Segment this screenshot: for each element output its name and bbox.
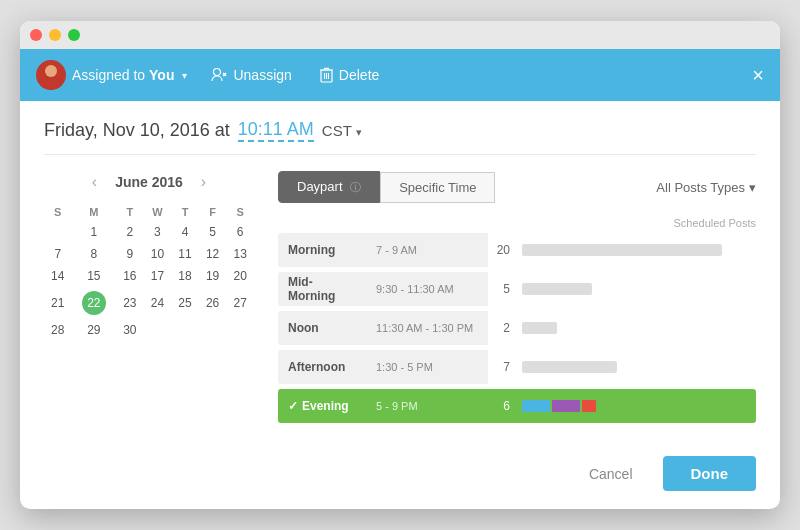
calendar-day[interactable]: 19 <box>199 265 227 287</box>
calendar-day[interactable]: 23 <box>116 287 144 319</box>
calendar-day[interactable]: 10 <box>144 243 172 265</box>
calendar-day[interactable]: 26 <box>199 287 227 319</box>
calendar-day[interactable]: 15 <box>72 265 116 287</box>
calendar-day <box>226 319 254 341</box>
daypart-list: Morning7 - 9 AM20Mid-Morning9:30 - 11:30… <box>278 233 756 423</box>
daypart-time: 5 - 9 PM <box>368 389 488 423</box>
svg-point-0 <box>45 65 57 77</box>
calendar-day[interactable]: 28 <box>44 319 72 341</box>
daypart-count: 6 <box>488 399 516 413</box>
daypart-label: Noon <box>278 311 368 345</box>
daypart-count: 20 <box>488 243 516 257</box>
calendar-day[interactable]: 13 <box>226 243 254 265</box>
minimize-traffic-light[interactable] <box>49 29 61 41</box>
calendar-month: June 2016 <box>115 174 183 190</box>
maximize-traffic-light[interactable] <box>68 29 80 41</box>
done-button[interactable]: Done <box>663 456 757 491</box>
calendar-day[interactable]: 5 <box>199 221 227 243</box>
daypart-bar-area <box>516 233 756 267</box>
daypart-count: 2 <box>488 321 516 335</box>
close-button[interactable]: × <box>752 65 764 85</box>
daypart-bar-area <box>516 350 756 384</box>
calendar-day[interactable]: 9 <box>116 243 144 265</box>
header-actions: Unassign Delete <box>211 67 379 83</box>
right-panel: Daypart ⓘ Specific Time All Posts Types … <box>254 171 756 428</box>
assigned-label: Assigned to You <box>72 67 174 83</box>
daypart-time: 7 - 9 AM <box>368 233 488 267</box>
post-types-filter[interactable]: All Posts Types ▾ <box>656 180 756 195</box>
timezone-chevron-icon: ▾ <box>356 126 362 138</box>
delete-label: Delete <box>339 67 379 83</box>
calendar-day[interactable]: 1 <box>72 221 116 243</box>
svg-point-1 <box>40 78 62 90</box>
header-bar: Assigned to You ▾ Unassign <box>20 49 780 101</box>
date-text: Friday, Nov 10, 2016 at <box>44 120 230 141</box>
calendar-day[interactable]: 25 <box>171 287 199 319</box>
calendar-day[interactable]: 6 <box>226 221 254 243</box>
calendar-day <box>199 319 227 341</box>
calendar-day[interactable]: 18 <box>171 265 199 287</box>
tab-specific-time[interactable]: Specific Time <box>380 172 495 203</box>
titlebar <box>20 21 780 49</box>
post-types-chevron-icon: ▾ <box>749 180 756 195</box>
calendar-day[interactable]: 24 <box>144 287 172 319</box>
date-row: Friday, Nov 10, 2016 at 10:11 AM CST ▾ <box>20 101 780 154</box>
daypart-bar-area <box>516 389 756 423</box>
calendar-day[interactable]: 20 <box>226 265 254 287</box>
calendar-day[interactable]: 27 <box>226 287 254 319</box>
calendar-day[interactable]: 4 <box>171 221 199 243</box>
calendar-day[interactable]: 7 <box>44 243 72 265</box>
daypart-label: ✓Evening <box>278 389 368 423</box>
calendar-day[interactable]: 29 <box>72 319 116 341</box>
tabs-row: Daypart ⓘ Specific Time All Posts Types … <box>278 171 756 203</box>
next-month-button[interactable]: › <box>195 171 212 193</box>
calendar-day[interactable]: 22 <box>72 287 116 319</box>
daypart-bar-area <box>516 311 756 345</box>
delete-button[interactable]: Delete <box>320 67 379 83</box>
daypart-time: 11:30 AM - 1:30 PM <box>368 311 488 345</box>
daypart-label: Morning <box>278 233 368 267</box>
assigned-section[interactable]: Assigned to You ▾ <box>36 60 187 90</box>
daypart-time: 1:30 - 5 PM <box>368 350 488 384</box>
daypart-row-afternoon[interactable]: Afternoon1:30 - 5 PM7 <box>278 350 756 384</box>
calendar-day <box>171 319 199 341</box>
footer: Cancel Done <box>20 444 780 509</box>
calendar-day[interactable]: 14 <box>44 265 72 287</box>
scheduled-posts-header: Scheduled Posts <box>278 217 756 229</box>
cancel-button[interactable]: Cancel <box>573 458 649 490</box>
avatar <box>36 60 66 90</box>
calendar-day[interactable]: 12 <box>199 243 227 265</box>
calendar-day[interactable]: 8 <box>72 243 116 265</box>
daypart-count: 5 <box>488 282 516 296</box>
calendar-day[interactable]: 3 <box>144 221 172 243</box>
timezone-label: CST ▾ <box>322 122 362 139</box>
daypart-row-evening[interactable]: ✓Evening5 - 9 PM6 <box>278 389 756 423</box>
daypart-time: 9:30 - 11:30 AM <box>368 272 488 306</box>
svg-point-2 <box>214 69 221 76</box>
daypart-row-mid-morning[interactable]: Mid-Morning9:30 - 11:30 AM5 <box>278 272 756 306</box>
calendar-day[interactable]: 11 <box>171 243 199 265</box>
main-window: Assigned to You ▾ Unassign <box>20 21 780 509</box>
calendar: ‹ June 2016 › SMTWTFS 123456789101112131… <box>44 171 254 428</box>
time-picker[interactable]: 10:11 AM <box>238 119 314 142</box>
prev-month-button[interactable]: ‹ <box>86 171 103 193</box>
tab-info-icon: ⓘ <box>350 181 361 193</box>
unassign-button[interactable]: Unassign <box>211 67 291 83</box>
close-traffic-light[interactable] <box>30 29 42 41</box>
calendar-day[interactable]: 2 <box>116 221 144 243</box>
calendar-header: ‹ June 2016 › <box>44 171 254 193</box>
calendar-day <box>144 319 172 341</box>
calendar-day[interactable]: 30 <box>116 319 144 341</box>
daypart-label: Mid-Morning <box>278 272 368 306</box>
daypart-label: Afternoon <box>278 350 368 384</box>
main-content: ‹ June 2016 › SMTWTFS 123456789101112131… <box>20 155 780 444</box>
calendar-day <box>44 221 72 243</box>
daypart-row-noon[interactable]: Noon11:30 AM - 1:30 PM2 <box>278 311 756 345</box>
tab-daypart[interactable]: Daypart ⓘ <box>278 171 380 203</box>
daypart-bar-area <box>516 272 756 306</box>
calendar-day[interactable]: 21 <box>44 287 72 319</box>
calendar-grid: SMTWTFS 12345678910111213141516171819202… <box>44 203 254 341</box>
daypart-row-morning[interactable]: Morning7 - 9 AM20 <box>278 233 756 267</box>
calendar-day[interactable]: 17 <box>144 265 172 287</box>
calendar-day[interactable]: 16 <box>116 265 144 287</box>
